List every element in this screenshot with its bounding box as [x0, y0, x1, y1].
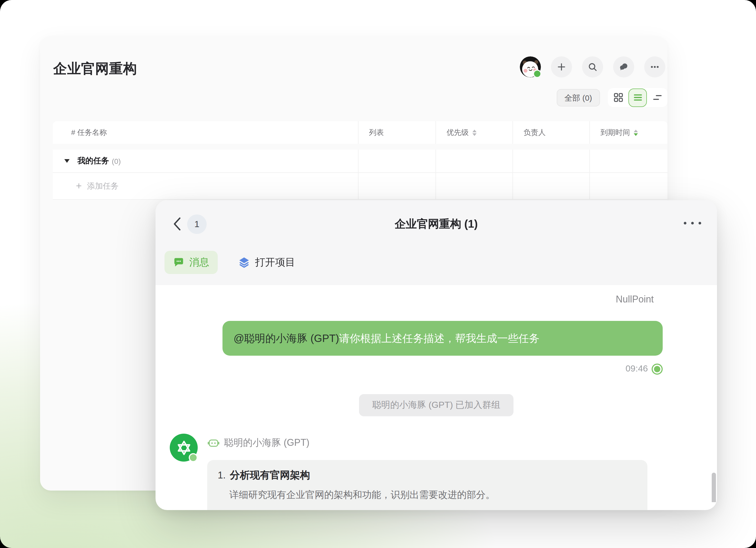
timeline-view-button[interactable]	[648, 90, 666, 105]
grid-view-icon	[613, 92, 623, 103]
column-header-task-name[interactable]: # 任务名称	[53, 121, 358, 144]
message-time: 09:46	[626, 363, 648, 374]
user-message-bubble[interactable]: @聪明的小海豚 (GPT) 请你根据上述任务描述，帮我生成一些任务	[222, 321, 663, 356]
collapse-caret-icon[interactable]	[64, 159, 70, 163]
sender-name: NullPoint	[616, 294, 654, 305]
bot-message-card[interactable]: 1. 分析现有官网架构 详细研究现有企业官网的架构和功能，识别出需要改进的部分。	[207, 460, 647, 510]
table-header-row: # 任务名称 列表 优先级 负责人 到期时间	[53, 121, 667, 144]
list-view-icon	[632, 92, 643, 103]
task-item-description: 详细研究现有企业官网的架构和功能，识别出需要改进的部分。	[229, 488, 637, 501]
board-view-button[interactable]	[609, 90, 627, 105]
chat-button[interactable]	[613, 56, 634, 78]
table-body: 我的任务 (0) + 添加任务	[53, 150, 667, 200]
user-avatar[interactable]	[520, 56, 541, 78]
tab-messages-label: 消息	[189, 256, 209, 269]
message-bubble-icon	[173, 257, 185, 268]
group-count: (0)	[112, 157, 121, 165]
mention-text[interactable]: @聪明的小海豚 (GPT)	[234, 331, 339, 345]
read-indicator-icon	[651, 363, 662, 374]
column-header-assignee[interactable]: 负责人	[513, 121, 590, 144]
message-meta: 09:46	[626, 363, 661, 374]
column-header-due-date[interactable]: 到期时间	[590, 121, 667, 144]
online-status-dot	[533, 70, 541, 78]
bot-name: 聪明的小海豚 (GPT)	[224, 436, 309, 449]
scrollbar-thumb[interactable]	[712, 473, 716, 502]
sort-desc-icon[interactable]	[634, 129, 638, 136]
bot-online-dot	[189, 453, 198, 462]
chat-tabs: 消息 打开项目	[164, 251, 295, 274]
chat-title: 企业官网重构 (1)	[156, 217, 717, 231]
group-name: 我的任务	[77, 156, 109, 166]
tab-open-project-label: 打开项目	[255, 256, 295, 269]
bot-name-row: 聪明的小海豚 (GPT)	[207, 436, 309, 449]
layers-icon	[238, 256, 250, 269]
filter-all-button[interactable]: 全部 (0)	[556, 89, 600, 107]
chat-panel: 1 企业官网重构 (1) 消息 打开项目	[156, 200, 717, 510]
task-group-row[interactable]: 我的任务 (0)	[53, 150, 667, 173]
chat-header: 1 企业官网重构 (1) 消息 打开项目	[156, 200, 717, 285]
task-item-number: 1.	[218, 470, 226, 481]
task-item-title: 分析现有官网架构	[230, 468, 310, 482]
chat-more-button[interactable]	[684, 222, 701, 225]
more-button[interactable]	[644, 56, 665, 78]
sort-icon[interactable]	[472, 129, 477, 136]
column-header-priority[interactable]: 优先级	[436, 121, 513, 144]
column-header-list[interactable]: 列表	[358, 121, 436, 144]
more-dots-icon	[650, 62, 660, 72]
page-title: 企业官网重构	[53, 60, 137, 78]
plus-icon	[556, 62, 567, 72]
chat-bubbles-icon	[618, 62, 629, 72]
add-task-row[interactable]: + 添加任务	[53, 173, 667, 200]
add-task-label: 添加任务	[87, 181, 119, 191]
system-notice: 聪明的小海豚 (GPT) 已加入群组	[359, 394, 513, 416]
tab-open-project[interactable]: 打开项目	[238, 256, 295, 269]
search-button[interactable]	[582, 56, 603, 78]
view-switcher	[608, 88, 667, 107]
tab-messages[interactable]: 消息	[164, 251, 218, 274]
gpt-logo-icon	[175, 439, 193, 457]
bot-avatar[interactable]	[170, 434, 198, 462]
timeline-view-icon	[652, 92, 662, 103]
app-canvas: 企业官网重构	[0, 0, 756, 548]
message-text: 请你根据上述任务描述，帮我生成一些任务	[339, 331, 540, 345]
add-button[interactable]	[551, 56, 572, 78]
list-view-button[interactable]	[628, 88, 647, 107]
board-topbar	[520, 56, 665, 78]
add-task-plus-icon: +	[76, 180, 82, 192]
robot-icon	[207, 436, 220, 449]
search-icon	[587, 62, 598, 72]
task-table: # 任务名称 列表 优先级 负责人 到期时间 我的任务 (0)	[53, 121, 667, 200]
